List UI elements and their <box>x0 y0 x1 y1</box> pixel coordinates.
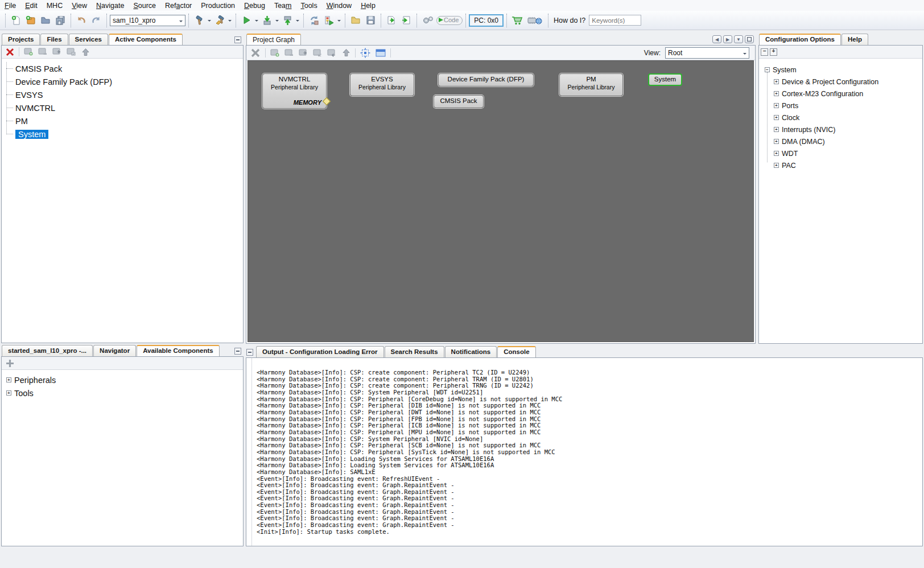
clean-and-build-button[interactable] <box>213 13 226 28</box>
tree-item-cmsis-pack[interactable]: CMSIS Pack <box>6 62 243 75</box>
read-device-dropdown[interactable] <box>295 13 300 28</box>
output-minimize-icon[interactable] <box>246 349 253 356</box>
tree-item-pm[interactable]: PM <box>6 114 243 127</box>
save-all-button[interactable] <box>53 13 67 28</box>
view-select[interactable]: Root <box>665 47 749 59</box>
generate-code-gears-icon[interactable] <box>420 13 438 28</box>
menu-mhc[interactable]: MHC <box>42 1 67 10</box>
menu-file[interactable]: File <box>0 1 20 10</box>
graph-delete-button[interactable] <box>249 47 262 59</box>
part-selector-button[interactable] <box>525 13 544 28</box>
build-dropdown[interactable] <box>207 13 212 28</box>
open-project-button[interactable] <box>39 13 52 28</box>
expand-icon[interactable]: + <box>774 151 779 156</box>
remove-window-button[interactable] <box>37 46 48 57</box>
menu-production[interactable]: Production <box>196 1 240 10</box>
graph-node-system[interactable]: System <box>648 73 682 86</box>
tab-search-results[interactable]: Search Results <box>385 346 444 357</box>
tab-files[interactable]: Files <box>40 34 68 45</box>
minimize-panel-icon[interactable] <box>234 36 241 43</box>
open-folder-button[interactable] <box>349 13 362 28</box>
tab-list-dropdown-icon[interactable]: ▼ <box>734 35 743 43</box>
expand-icon[interactable]: + <box>774 79 779 84</box>
tab-active-components[interactable]: Active Components <box>109 34 183 45</box>
tab-notifications[interactable]: Notifications <box>445 346 497 357</box>
graph-remove-button[interactable] <box>283 47 295 59</box>
graph-export-button[interactable] <box>312 47 323 59</box>
import-window-button[interactable] <box>51 46 63 57</box>
graph-node-device-family-pack-dfp[interactable]: Device Family Pack (DFP) <box>438 73 534 87</box>
debug-tool-options-button[interactable]: 3 <box>322 13 336 28</box>
tab-started-project[interactable]: started_sam_l10_xpro -... <box>2 345 93 356</box>
make-and-program-button[interactable] <box>260 13 274 28</box>
graph-node-nvmctrl[interactable]: NVMCTRLPeripheral LibraryMEMORY <box>262 73 327 109</box>
tab-console[interactable]: Console <box>497 346 535 357</box>
config-tree-item-ports[interactable]: +Ports <box>765 100 922 112</box>
expand-icon[interactable]: + <box>774 163 779 168</box>
menu-tools[interactable]: Tools <box>296 1 321 10</box>
tree-item-nvmctrl[interactable]: NVMCTRL <box>6 101 243 114</box>
add-window-button[interactable] <box>23 46 34 57</box>
menu-refactor[interactable]: Refactor <box>160 1 196 10</box>
expand-icon[interactable]: + <box>774 103 779 108</box>
menu-window[interactable]: Window <box>322 1 356 10</box>
tab-projects[interactable]: Projects <box>2 34 40 45</box>
config-tree-item-device-project-configuration[interactable]: +Device & Project Configuration <box>765 76 922 88</box>
tree-item-tools[interactable]: +Tools <box>6 386 243 400</box>
move-up-button[interactable] <box>80 46 91 57</box>
tree-item-evsys[interactable]: EVSYS <box>6 88 243 101</box>
dependency-diamond-icon[interactable] <box>323 97 331 105</box>
export-hex-button[interactable] <box>385 13 398 28</box>
new-project-button[interactable] <box>24 13 38 28</box>
delete-component-button[interactable] <box>4 46 15 57</box>
tab-services[interactable]: Services <box>69 34 108 45</box>
read-device-memory-button[interactable] <box>280 13 294 28</box>
export-window-button[interactable] <box>65 46 77 57</box>
tab-available-components[interactable]: Available Components <box>137 345 220 356</box>
config-tree-item-cortex-m23-configuration[interactable]: +Cortex-M23 Configuration <box>765 88 922 100</box>
expand-icon[interactable]: + <box>774 91 779 96</box>
add-component-button[interactable] <box>4 357 15 369</box>
tree-item-peripherals[interactable]: +Peripherals <box>6 373 243 386</box>
scroll-tabs-right-icon[interactable]: ▶ <box>723 35 732 43</box>
graph-import-button[interactable] <box>298 47 309 59</box>
menu-navigate[interactable]: Navigate <box>92 1 129 10</box>
expand-icon[interactable]: + <box>774 115 779 120</box>
tab-output-configuration-loading-error[interactable]: Output - Configuration Loading Error <box>256 346 384 357</box>
save-file-button[interactable] <box>364 13 377 28</box>
config-tree-item-dma-dmac[interactable]: +DMA (DMAC) <box>765 135 922 147</box>
tree-item-device-family-pack-dfp[interactable]: Device Family Pack (DFP) <box>6 75 243 88</box>
config-tree-item-clock[interactable]: +Clock <box>765 112 922 124</box>
config-tree-item-interrupts-nvic[interactable]: +Interrupts (NVIC) <box>765 124 922 135</box>
config-tree-item-pac[interactable]: +PAC <box>765 159 922 171</box>
refresh-debug-tool-button[interactable] <box>307 13 321 28</box>
menu-source[interactable]: Source <box>129 1 160 10</box>
tab-help[interactable]: Help <box>842 34 868 45</box>
config-tree-item-wdt[interactable]: +WDT <box>765 147 922 159</box>
redo-button[interactable] <box>89 13 103 28</box>
expand-icon[interactable]: + <box>6 377 11 382</box>
graph-add-button[interactable] <box>269 47 280 59</box>
graph-move-up-button[interactable] <box>340 47 352 59</box>
maximize-window-icon[interactable] <box>745 35 754 43</box>
expand-icon[interactable]: + <box>6 390 11 396</box>
clean-and-build-dropdown[interactable] <box>227 13 233 28</box>
zoom-to-fit-button[interactable] <box>359 47 372 59</box>
expand-icon[interactable]: + <box>774 139 779 144</box>
import-hex-button[interactable] <box>399 13 413 28</box>
menu-debug[interactable]: Debug <box>240 1 270 10</box>
config-tree-root-system[interactable]: −System <box>765 64 922 76</box>
overview-window-button[interactable] <box>374 47 387 59</box>
undo-button[interactable] <box>75 13 88 28</box>
build-project-button[interactable] <box>192 13 206 28</box>
expand-all-button[interactable]: + <box>770 48 777 56</box>
tab-navigator[interactable]: Navigator <box>93 345 136 356</box>
run-project-button[interactable] <box>240 13 253 28</box>
graph-node-cmsis-pack[interactable]: CMSIS Pack <box>434 95 484 108</box>
graph-back-button[interactable] <box>326 47 337 59</box>
menu-view[interactable]: View <box>67 1 92 10</box>
new-file-button[interactable] <box>9 13 23 28</box>
keyword-search-input[interactable] <box>589 15 641 26</box>
project-configuration-select[interactable]: sam_l10_xpro <box>110 15 185 26</box>
graph-node-pm[interactable]: PMPeripheral Library <box>559 73 623 96</box>
